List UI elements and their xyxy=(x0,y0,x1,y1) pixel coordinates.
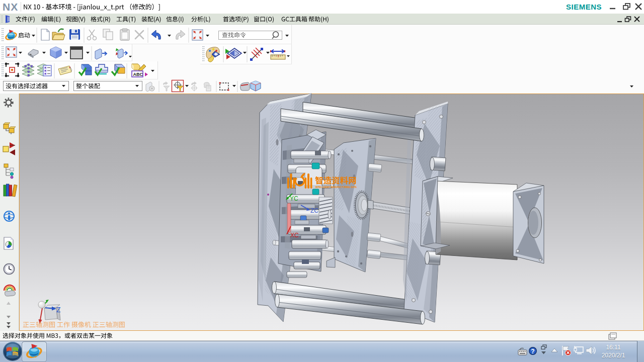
svg-text:ABC: ABC xyxy=(133,72,143,77)
svg-text:ZC: ZC xyxy=(310,207,318,214)
svg-text:INTELLIGENT MANUFACTURING DATA: INTELLIGENT MANUFACTURING DATA xyxy=(315,186,357,189)
svg-text:YC: YC xyxy=(290,195,298,202)
svg-text:Z: Z xyxy=(56,306,61,314)
svg-text:XC: XC xyxy=(290,232,299,239)
svg-text:?: ? xyxy=(531,348,534,355)
